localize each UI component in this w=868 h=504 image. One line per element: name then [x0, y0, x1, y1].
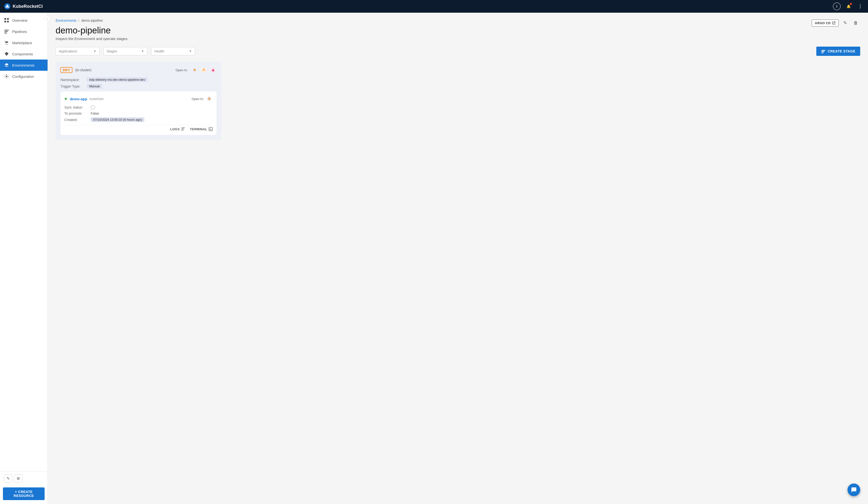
stages-filter[interactable]: Stages ▼ [103, 47, 147, 56]
stage-argocd-icon[interactable] [200, 67, 207, 73]
terminal-label: TERMINAL [190, 127, 207, 131]
sidebar-label-overview: Overview [12, 18, 28, 22]
logo-icon [4, 3, 11, 10]
app-sync-key: Sync status: [64, 105, 89, 109]
svg-rect-5 [7, 21, 9, 22]
app-created-value: 07/10/2024 13:05:33 (6 hours ago) [91, 117, 144, 122]
stage-trigger-row: Trigger Type: Manual [61, 84, 217, 89]
stage-cluster-label: (in-cluster) [75, 68, 91, 72]
create-stage-icon [821, 49, 826, 53]
sidebar-collapse-button[interactable]: ‹ [45, 16, 51, 21]
svg-rect-25 [182, 128, 185, 128]
stage-header: DEV (in-cluster) Open In: [61, 67, 217, 73]
sidebar-label-pipelines: Pipelines [12, 30, 27, 34]
svg-rect-2 [4, 18, 6, 20]
layers-icon [4, 62, 9, 68]
sidebar-item-overview[interactable]: Overview [0, 14, 48, 26]
health-dropdown-icon: ▼ [189, 50, 192, 53]
stage-badge[interactable]: DEV [61, 67, 72, 73]
stage-grafana-icon[interactable] [210, 67, 217, 73]
create-stage-button[interactable]: CREATE STAGE [816, 47, 860, 56]
app-promote-row: To promote: False [64, 111, 213, 115]
app-created-row: Created: 07/10/2024 13:05:33 (6 hours ag… [64, 117, 213, 122]
create-stage-label: CREATE STAGE [827, 49, 855, 53]
stage-open-in: Open In: [176, 67, 217, 73]
svg-rect-8 [4, 33, 7, 33]
breadcrumb-separator: / [79, 19, 80, 22]
svg-point-19 [202, 68, 206, 72]
breadcrumb: Environments / demo-pipeline [55, 19, 111, 22]
app-name[interactable]: demo-app [70, 97, 87, 101]
stage-open-in-label: Open In: [176, 68, 188, 72]
chat-icon [851, 487, 857, 493]
app-actions: LOGS TERMINAL [64, 125, 213, 131]
svg-rect-16 [822, 52, 823, 53]
health-filter[interactable]: Health ▼ [151, 47, 195, 56]
delete-button[interactable]: 🗑 [851, 19, 860, 27]
sidebar-bottom: ✎ ⚙ [0, 471, 48, 485]
navbar: KubeRocketCI i 🔔 ⋮ [0, 0, 868, 13]
app-title: KubeRocketCI [13, 4, 43, 9]
settings-bottom-button[interactable]: ⚙ [14, 474, 22, 483]
app-promote-key: To promote: [64, 111, 89, 115]
external-link-icon [832, 21, 836, 24]
sidebar-label-environments: Environments [12, 63, 35, 67]
breadcrumb-link-environments[interactable]: Environments [55, 19, 76, 22]
main-content: Environments / demo-pipeline demo-pipeli… [48, 13, 868, 504]
health-filter-label: Health [154, 49, 187, 53]
navbar-actions: i 🔔 ⋮ [833, 2, 864, 10]
stages-filter-label: Stages [106, 49, 139, 53]
diamond-icon [4, 51, 9, 57]
svg-rect-27 [182, 130, 183, 131]
page-subtitle: Inspect the Environment and operate stag… [55, 37, 860, 41]
sidebar-item-environments[interactable]: Environments [0, 60, 48, 71]
app-argo-link[interactable] [206, 95, 213, 102]
svg-rect-7 [4, 31, 8, 32]
sidebar-label-components: Components [12, 52, 33, 56]
svg-rect-6 [4, 30, 9, 30]
notifications-button[interactable]: 🔔 [845, 2, 852, 10]
svg-rect-4 [4, 21, 6, 22]
app-health-icon: ♥ [64, 96, 67, 102]
logs-button[interactable]: LOGS [170, 127, 185, 131]
logs-label: LOGS [170, 127, 180, 131]
stage-argo-icon[interactable] [191, 67, 198, 73]
applications-filter-label: Applications [59, 49, 91, 53]
sidebar-item-components[interactable]: Components [0, 48, 48, 60]
edit-button[interactable]: ✎ [841, 19, 849, 27]
sidebar-item-marketplace[interactable]: Marketplace [0, 37, 48, 48]
app-open-in-label: Open In: [192, 97, 204, 101]
applications-filter[interactable]: Applications ▼ [55, 47, 100, 56]
cart-icon [4, 40, 9, 46]
svg-rect-15 [822, 51, 824, 52]
stage-info: Namespace: edp-delivery-ms-dev-demo-pipe… [61, 77, 217, 89]
logs-icon [181, 127, 185, 131]
svg-point-13 [6, 75, 7, 77]
sidebar-item-pipelines[interactable]: Pipelines [0, 26, 48, 37]
argo-cd-label: ARGO CD [815, 21, 831, 25]
app-open-in: Open In: [192, 95, 213, 102]
info-button[interactable]: i [833, 2, 841, 10]
svg-marker-12 [4, 63, 9, 65]
pipelines-icon [4, 29, 9, 34]
app-info: Sync status: To promote: False Created: … [64, 105, 213, 122]
stage-namespace-key: Namespace: [61, 78, 85, 82]
terminal-button[interactable]: TERMINAL [190, 127, 213, 131]
svg-marker-11 [4, 52, 9, 56]
more-menu-button[interactable]: ⋮ [856, 2, 864, 10]
app-logo: KubeRocketCI [4, 3, 833, 10]
app-card: ♥ demo-app build/NaN Open In: [61, 91, 217, 135]
grid-icon [4, 18, 9, 23]
svg-rect-3 [7, 18, 9, 20]
stage-trigger-key: Trigger Type: [61, 84, 85, 88]
edit-bottom-button[interactable]: ✎ [4, 474, 12, 483]
page-header-actions: ARGO CD ✎ 🗑 [812, 19, 860, 27]
svg-point-10 [7, 44, 8, 45]
stage-trigger-value: Manual [87, 84, 102, 89]
stage-namespace-row: Namespace: edp-delivery-ms-dev-demo-pipe… [61, 77, 217, 82]
svg-rect-14 [822, 50, 825, 51]
create-resource-button[interactable]: + CREATE RESOURCE [3, 487, 45, 500]
argo-cd-button[interactable]: ARGO CD [812, 20, 839, 27]
sidebar-item-configuration[interactable]: Configuration [0, 71, 48, 82]
chat-fab-button[interactable] [848, 484, 860, 496]
